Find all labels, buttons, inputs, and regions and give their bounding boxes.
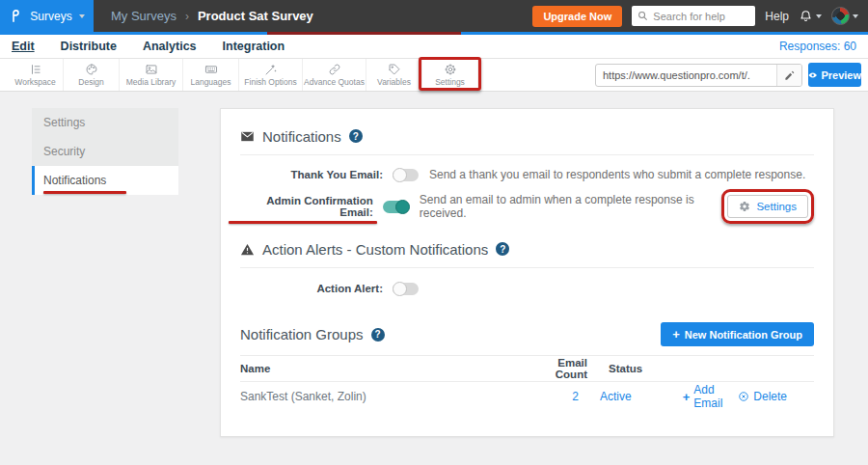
search-icon (637, 11, 648, 21)
action-alerts-section-header: Action Alerts - Custom Notifications ? (240, 239, 814, 259)
sidebar-item-settings[interactable]: Settings (32, 108, 178, 137)
preview-button[interactable]: Preview (808, 63, 861, 87)
sidebar-item-security[interactable]: Security (32, 137, 178, 166)
breadcrumb-parent[interactable]: My Surveys (111, 9, 176, 23)
pencil-icon (784, 70, 795, 81)
section-title: Notification Groups (240, 326, 364, 342)
app-window: Surveys My Surveys › Product Sat Survey … (0, 0, 868, 465)
questionpro-logo-icon (9, 9, 23, 23)
tab-analytics[interactable]: Analytics (143, 40, 197, 53)
gear-icon (739, 201, 750, 212)
action-alert-toggle[interactable] (393, 283, 419, 295)
thank-you-email-label: Thank You Email: (240, 169, 383, 180)
annotation-underline-notifications (43, 191, 126, 195)
help-icon[interactable]: ? (371, 328, 385, 342)
notifications-bell-menu[interactable] (799, 9, 822, 23)
toolbar-item-variables[interactable]: Variables (366, 59, 422, 91)
annotation-box-settings-button: Settings (721, 189, 814, 224)
delete-icon (738, 391, 749, 402)
thank-you-email-description: Send a thank you email to respondents wh… (429, 168, 805, 181)
help-search-input[interactable] (653, 11, 749, 22)
divider (240, 267, 814, 268)
groups-table-header: Name Email Count Status (240, 356, 814, 381)
product-menu[interactable]: Surveys (0, 0, 94, 32)
breadcrumb: My Surveys › Product Sat Survey (111, 9, 313, 23)
toolbar-item-design[interactable]: Design (64, 59, 120, 91)
admin-email-settings-button[interactable]: Settings (727, 195, 808, 218)
status-link[interactable]: Active (600, 390, 632, 403)
survey-url-field (595, 64, 802, 87)
breadcrumb-current: Product Sat Survey (198, 9, 313, 23)
chevron-down-icon (816, 14, 822, 18)
toolbar-item-languages[interactable]: Languages (183, 59, 239, 91)
survey-url-input[interactable] (596, 69, 776, 81)
warning-icon (240, 242, 255, 257)
action-alert-label: Action Alert: (240, 283, 383, 294)
languages-icon (204, 63, 218, 76)
tab-distribute[interactable]: Distribute (61, 40, 117, 53)
help-search-box (632, 6, 755, 26)
tab-edit[interactable]: Edit (12, 40, 35, 53)
workspace-icon (29, 63, 42, 76)
tab-integration[interactable]: Integration (223, 40, 285, 53)
plus-icon: + (683, 391, 691, 403)
help-icon[interactable]: ? (496, 242, 509, 256)
email-count-link[interactable]: 2 (572, 390, 579, 403)
plus-icon: + (672, 328, 680, 341)
edit-url-button[interactable] (776, 65, 801, 86)
variables-icon (388, 63, 401, 76)
help-icon[interactable]: ? (349, 129, 363, 143)
upgrade-now-button[interactable]: Upgrade Now (532, 6, 622, 27)
admin-confirmation-email-row: Admin Confirmation Email: Send an email … (240, 190, 814, 223)
column-header-status: Status (587, 363, 693, 374)
admin-confirmation-email-label: Admin Confirmation Email: (240, 195, 373, 218)
sidebar-item-notifications[interactable]: Notifications (32, 166, 178, 195)
admin-confirmation-email-description: Send an email to admin when a complete r… (420, 193, 722, 220)
design-icon (85, 63, 98, 76)
notifications-panel: Notifications ? Thank You Email: Send a … (220, 108, 834, 437)
survey-nav: Edit Distribute Analytics Integration Re… (0, 35, 868, 59)
annotation-underline-admin-email (229, 221, 377, 225)
section-title: Action Alerts - Custom Notifications (262, 241, 488, 258)
advance-quotas-icon (328, 63, 341, 76)
table-row: SankTest (Sanket, Zolin) 2 Active + Add … (240, 382, 814, 411)
toolbar-item-workspace[interactable]: Workspace (8, 59, 64, 91)
chevron-down-icon (853, 14, 858, 18)
column-header-name: Name (240, 363, 529, 374)
bell-icon (799, 9, 813, 23)
group-name: SankTest (Sanket, Zolin) (240, 390, 522, 403)
toolbar-item-finish-options[interactable]: Finish Options (239, 59, 303, 91)
help-link[interactable]: Help (765, 10, 789, 23)
delete-button[interactable]: Delete (738, 383, 787, 410)
envelope-icon (240, 129, 255, 144)
finish-options-icon (264, 63, 278, 76)
responses-count[interactable]: Responses: 60 (779, 40, 856, 53)
thank-you-email-row: Thank You Email: Send a thank you email … (240, 166, 814, 183)
account-menu[interactable] (831, 7, 858, 25)
action-alert-row: Action Alert: (240, 280, 814, 297)
toolbar-item-media-library[interactable]: Media Library (120, 59, 183, 91)
topbar-actions: Upgrade Now Help (532, 6, 868, 27)
edit-toolbar: Workspace Design Media Library Languages (0, 59, 868, 92)
top-bar: Surveys My Surveys › Product Sat Survey … (0, 0, 868, 32)
breadcrumb-separator: › (185, 10, 189, 23)
admin-confirmation-email-toggle[interactable] (383, 201, 409, 213)
toolbar-item-advance-quotas[interactable]: Advance Quotas (303, 59, 366, 91)
section-title: Notifications (262, 128, 341, 145)
column-header-email-count: Email Count (529, 357, 587, 380)
chevron-down-icon (79, 14, 85, 18)
new-notification-group-button[interactable]: + New Notification Group (661, 322, 814, 346)
avatar (831, 7, 850, 25)
media-library-icon (145, 63, 158, 76)
notification-groups-header: Notification Groups ? + New Notification… (240, 322, 814, 346)
thank-you-email-toggle[interactable] (393, 169, 419, 181)
add-email-button[interactable]: + Add Email (683, 383, 723, 410)
product-menu-label: Surveys (30, 10, 71, 23)
toolbar-item-settings[interactable]: Settings (422, 59, 478, 91)
notifications-section-header: Notifications ? (240, 126, 814, 146)
settings-sidebar: Settings Security Notifications (32, 108, 178, 195)
divider (240, 154, 814, 155)
settings-icon (444, 63, 457, 76)
eye-icon (808, 69, 817, 81)
